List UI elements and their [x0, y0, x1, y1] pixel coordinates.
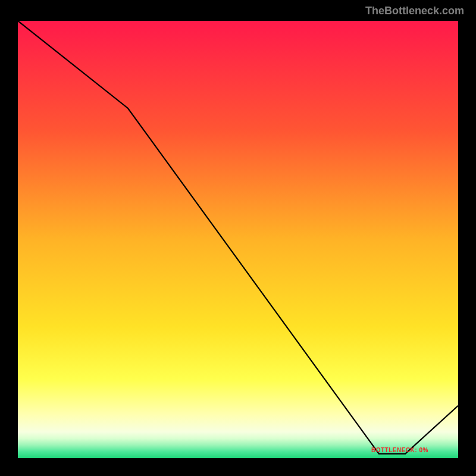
- watermark-text: TheBottleneck.com: [365, 5, 464, 17]
- chart-line-layer: [18, 21, 458, 458]
- bottleneck-curve: [18, 21, 458, 454]
- bottleneck-zero-label: BOTTLENECK: 0%: [371, 447, 428, 453]
- chart-plot-area: BOTTLENECK: 0%: [18, 21, 458, 458]
